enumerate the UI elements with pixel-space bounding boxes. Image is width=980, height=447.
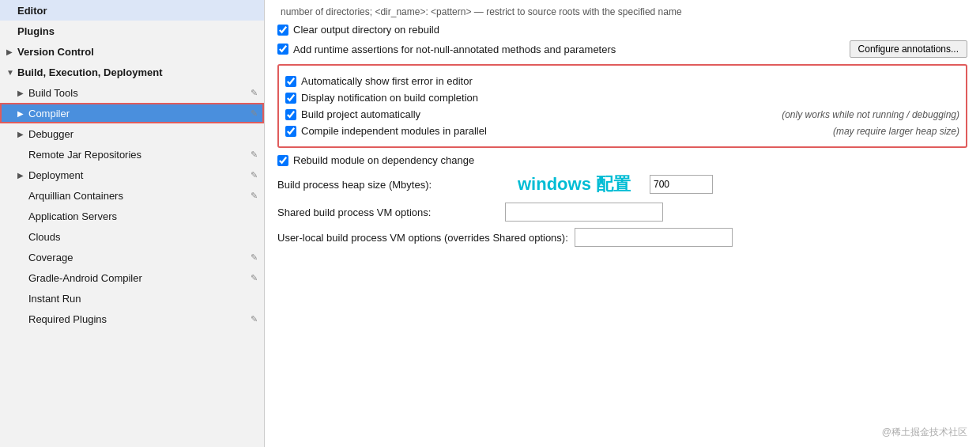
checkbox-label-display-notification: Display notification on build completion	[301, 92, 959, 104]
sidebar-item-instant-run[interactable]: Instant Run	[0, 288, 264, 309]
arrow-icon: ▶	[17, 109, 28, 118]
checkbox-note-build-automatically: (only works while not running / debuggin…	[782, 109, 959, 120]
checkbox-label-rebuild-module: Rebuild module on dependency change	[293, 154, 967, 166]
sidebar-item-label: Gradle-Android Compiler	[28, 272, 247, 284]
sidebar-item-remote-jar[interactable]: Remote Jar Repositories✎	[0, 144, 264, 165]
checkbox-note-compile-parallel: (may require larger heap size)	[833, 126, 959, 137]
checkbox-row-display-notification: Display notification on build completion	[285, 92, 959, 104]
sidebar-item-build-execution[interactable]: ▼Build, Execution, Deployment	[0, 62, 264, 82]
sidebar-item-label: Compiler	[28, 108, 247, 119]
edit-icon: ✎	[251, 170, 258, 180]
checkbox-clear-output[interactable]	[277, 25, 288, 36]
sidebar-item-label: Application Servers	[28, 210, 258, 222]
edit-icon: ✎	[251, 314, 258, 324]
checkbox-label-auto-show-error: Automatically show first error in editor	[301, 75, 959, 87]
highlighted-options-box: Automatically show first error in editor…	[277, 64, 967, 148]
form-input-shared-vm[interactable]	[505, 203, 663, 222]
sidebar-item-label: Version Control	[17, 46, 258, 58]
sidebar-item-version-control[interactable]: ▶Version Control	[0, 41, 264, 62]
checkbox-auto-show-error[interactable]	[285, 76, 296, 87]
sidebar-item-label: Editor	[17, 5, 258, 17]
checkbox-add-assertions[interactable]	[277, 44, 288, 55]
sidebar-item-label: Required Plugins	[28, 313, 247, 325]
checkbox-build-automatically[interactable]	[285, 109, 296, 120]
edit-icon: ✎	[251, 88, 258, 98]
form-label-heap-size: Build process heap size (Mbytes):	[277, 179, 499, 191]
form-label-shared-vm: Shared build process VM options:	[277, 206, 499, 218]
checkbox-display-notification[interactable]	[285, 93, 296, 104]
arrow-icon: ▶	[6, 47, 17, 56]
sidebar-item-label: Coverage	[28, 252, 247, 263]
edit-icon: ✎	[251, 108, 258, 119]
sidebar-item-label: Deployment	[28, 169, 247, 181]
sidebar-item-debugger[interactable]: ▶Debugger	[0, 123, 264, 144]
checkbox-row-build-automatically: Build project automatically(only works w…	[285, 108, 959, 120]
sidebar-item-gradle-android[interactable]: Gradle-Android Compiler✎	[0, 267, 264, 288]
checkbox-rebuild-module[interactable]	[277, 155, 288, 166]
arrow-icon: ▶	[17, 130, 28, 138]
sidebar-item-deployment[interactable]: ▶Deployment✎	[0, 165, 264, 185]
checkbox-label-build-automatically: Build project automatically	[301, 108, 764, 120]
checkbox-label-compile-parallel: Compile independent modules in parallel	[301, 125, 816, 137]
sidebar-item-label: Debugger	[28, 128, 258, 140]
checkbox-row-compile-parallel: Compile independent modules in parallel(…	[285, 125, 959, 137]
form-row-shared-vm: Shared build process VM options:	[277, 203, 967, 222]
sidebar-item-label: Remote Jar Repositories	[28, 149, 247, 161]
sidebar-item-label: Arquillian Containers	[28, 190, 247, 202]
sidebar-item-clouds[interactable]: Clouds	[0, 226, 264, 247]
sidebar-item-editor[interactable]: Editor	[0, 0, 264, 21]
main-content: number of directories; <dir_name>: <patt…	[265, 0, 980, 447]
checkbox-label-add-assertions: Add runtime assertions for not-null-anno…	[293, 44, 845, 55]
configure-annotations-button[interactable]: Configure annotations...	[850, 40, 967, 58]
sidebar: EditorPlugins▶Version Control▼Build, Exe…	[0, 0, 265, 447]
sidebar-item-app-servers[interactable]: Application Servers	[0, 206, 264, 226]
sidebar-item-label: Build Tools	[28, 87, 247, 99]
form-label-user-local-vm: User-local build process VM options (ove…	[277, 232, 568, 244]
checkbox-row-rebuild-module: Rebuild module on dependency change	[277, 154, 967, 166]
sidebar-item-required-plugins[interactable]: Required Plugins✎	[0, 309, 264, 329]
form-row-heap-size: Build process heap size (Mbytes):windows…	[277, 172, 967, 196]
form-input-heap-size[interactable]	[650, 175, 713, 194]
arrow-icon: ▼	[6, 68, 17, 77]
edit-icon: ✎	[251, 191, 258, 201]
checkbox-row-auto-show-error: Automatically show first error in editor	[285, 75, 959, 87]
sidebar-item-plugins[interactable]: Plugins	[0, 21, 264, 41]
edit-icon: ✎	[251, 273, 258, 283]
top-note: number of directories; <dir_name>: <patt…	[277, 6, 967, 17]
checkbox-row-clear-output: Clear output directory on rebuild	[277, 24, 967, 36]
windows-config-label: windows 配置	[518, 172, 631, 196]
sidebar-item-arquillian[interactable]: Arquillian Containers✎	[0, 185, 264, 206]
checkbox-compile-parallel[interactable]	[285, 126, 296, 137]
arrow-icon: ▶	[17, 89, 28, 97]
form-row-user-local-vm: User-local build process VM options (ove…	[277, 228, 967, 247]
form-input-user-local-vm[interactable]	[575, 228, 733, 247]
checkbox-label-clear-output: Clear output directory on rebuild	[293, 24, 967, 36]
sidebar-item-compiler[interactable]: ▶Compiler✎	[0, 103, 264, 123]
checkbox-row-add-assertions: Add runtime assertions for not-null-anno…	[277, 40, 967, 58]
sidebar-item-label: Build, Execution, Deployment	[17, 66, 258, 78]
sidebar-item-label: Instant Run	[28, 293, 258, 305]
sidebar-item-coverage[interactable]: Coverage✎	[0, 247, 264, 267]
edit-icon: ✎	[251, 150, 258, 160]
edit-icon: ✎	[251, 252, 258, 263]
sidebar-item-label: Plugins	[17, 25, 258, 37]
watermark: @稀土掘金技术社区	[882, 426, 967, 439]
sidebar-item-label: Clouds	[28, 231, 258, 243]
sidebar-item-build-tools[interactable]: ▶Build Tools✎	[0, 82, 264, 103]
arrow-icon: ▶	[17, 171, 28, 180]
